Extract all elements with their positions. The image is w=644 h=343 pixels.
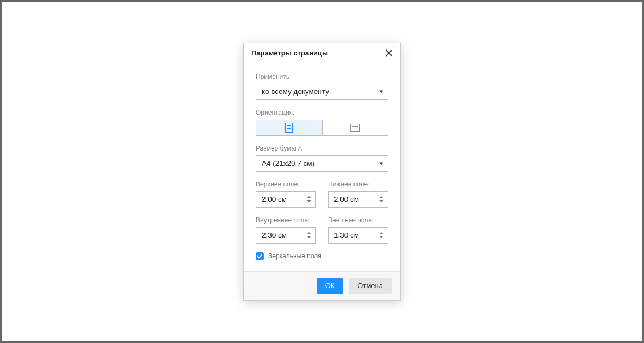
chevron-down-icon — [379, 162, 383, 165]
paper-size-label: Размер бумаги: — [256, 145, 388, 152]
paper-size-select[interactable]: A4 (21x29.7 см) — [256, 155, 388, 172]
landscape-page-icon — [350, 124, 360, 132]
chevron-down-icon[interactable] — [307, 200, 311, 202]
chevron-down-icon[interactable] — [307, 236, 311, 238]
spinner-arrows — [379, 229, 384, 241]
apply-field: Применить ко всему документу — [256, 73, 388, 100]
mirror-margins-row: Зеркальные поля — [256, 252, 388, 260]
dialog-header: Параметры страницы — [244, 43, 400, 63]
margin-bottom-field: Нижнее поле: 2,00 см — [328, 180, 388, 208]
chevron-down-icon[interactable] — [379, 200, 383, 202]
orientation-landscape-button[interactable] — [322, 120, 388, 135]
chevron-down-icon[interactable] — [379, 236, 383, 238]
chevron-down-icon — [379, 90, 383, 93]
margin-inner-field: Внутреннее поле: 2,30 см — [256, 216, 316, 244]
margin-top-input[interactable]: 2,00 см — [256, 191, 316, 208]
margin-top-label: Верхнее поле: — [256, 180, 316, 188]
check-icon — [257, 253, 263, 259]
spinner-arrows — [307, 229, 312, 241]
margin-bottom-label: Нижнее поле: — [328, 180, 388, 188]
chevron-up-icon[interactable] — [307, 196, 311, 198]
page-setup-dialog: Параметры страницы Применить ко всему до… — [243, 43, 401, 301]
portrait-page-icon — [285, 123, 293, 133]
orientation-label: Ориентация: — [256, 109, 388, 116]
margin-outer-field: Внешнее поле: 1,30 см — [328, 216, 388, 244]
apply-value: ко всему документу — [262, 88, 329, 96]
margin-bottom-input[interactable]: 2,00 см — [328, 191, 388, 208]
apply-label: Применить — [256, 73, 388, 80]
dialog-body: Применить ко всему документу Ориентация:… — [244, 63, 400, 271]
margin-bottom-value: 2,00 см — [334, 195, 359, 203]
margins-row-2: Внутреннее поле: 2,30 см Внешнее поле: 1… — [256, 216, 388, 244]
spinner-arrows — [379, 194, 384, 205]
margin-top-field: Верхнее поле: 2,00 см — [256, 180, 316, 208]
cancel-button[interactable]: Отмена — [349, 278, 392, 294]
margins-row-1: Верхнее поле: 2,00 см Нижнее поле: 2,00 … — [256, 180, 388, 208]
spinner-arrows — [307, 194, 312, 205]
margin-inner-label: Внутреннее поле: — [256, 216, 316, 224]
chevron-up-icon[interactable] — [379, 232, 383, 234]
orientation-field: Ориентация: — [256, 109, 388, 136]
ok-button[interactable]: ОК — [317, 278, 344, 294]
margin-inner-value: 2,30 см — [262, 231, 287, 239]
margin-top-value: 2,00 см — [262, 195, 287, 203]
dialog-title: Параметры страницы — [251, 49, 328, 57]
close-icon[interactable] — [385, 49, 393, 57]
paper-size-value: A4 (21x29.7 см) — [262, 159, 314, 167]
mirror-margins-label: Зеркальные поля — [268, 252, 321, 260]
dialog-footer: ОК Отмена — [244, 271, 400, 300]
margin-outer-input[interactable]: 1,30 см — [328, 227, 388, 244]
margin-inner-input[interactable]: 2,30 см — [256, 227, 316, 244]
apply-select[interactable]: ко всему документу — [256, 84, 388, 100]
margin-outer-label: Внешнее поле: — [328, 216, 388, 224]
margin-outer-value: 1,30 см — [334, 231, 359, 239]
paper-size-field: Размер бумаги: A4 (21x29.7 см) — [256, 145, 388, 172]
orientation-toggle — [256, 120, 388, 136]
chevron-up-icon[interactable] — [307, 232, 311, 234]
orientation-portrait-button[interactable] — [256, 120, 322, 135]
mirror-margins-checkbox[interactable] — [256, 252, 264, 260]
chevron-up-icon[interactable] — [379, 196, 383, 198]
